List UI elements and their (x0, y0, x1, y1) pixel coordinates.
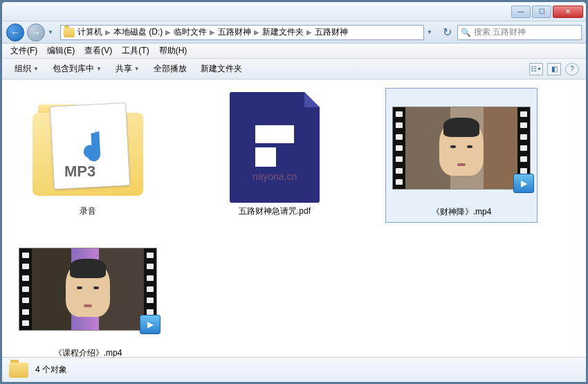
file-item[interactable]: MP3录音 (12, 88, 164, 223)
video-thumbnail: ▶ (392, 107, 531, 190)
file-item[interactable]: nayona.cn五路财神急请咒.pdf (199, 88, 351, 223)
breadcrumb-separator: ▶ (165, 28, 171, 36)
include-library-button[interactable]: 包含到库中▼ (47, 61, 107, 77)
window-controls: — ☐ ✕ (511, 6, 583, 18)
search-icon: 🔍 (461, 28, 471, 37)
forward-button[interactable]: → (27, 24, 45, 42)
command-bar: 组织▼ 包含到库中▼ 共享▼ 全部播放 新建文件夹 ☷▼ ◧ ? (2, 59, 586, 80)
menu-edit[interactable]: 编辑(E) (43, 44, 79, 58)
search-placeholder: 搜索 五路财神 (474, 26, 526, 38)
breadcrumb-segment[interactable]: 临时文件 (174, 27, 207, 37)
file-name: 《财神降》.mp4 (432, 206, 492, 218)
menu-tools[interactable]: 工具(T) (118, 44, 153, 58)
breadcrumb: 计算机▶本地磁盘 (D:)▶临时文件▶五路财神▶新建文件夹▶五路财神 (77, 26, 348, 38)
minimize-button[interactable]: — (511, 6, 531, 18)
play-all-button[interactable]: 全部播放 (148, 61, 192, 77)
file-item[interactable]: ▶《财神降》.mp4 (385, 88, 538, 223)
play-icon: ▶ (513, 174, 534, 193)
menu-file[interactable]: 文件(F) (6, 44, 42, 58)
address-bar[interactable]: 计算机▶本地磁盘 (D:)▶临时文件▶五路财神▶新建文件夹▶五路财神 (60, 25, 424, 40)
view-options-button[interactable]: ☷▼ (529, 63, 543, 75)
breadcrumb-segment[interactable]: 五路财神 (218, 27, 251, 37)
folder-icon (64, 28, 75, 37)
organize-button[interactable]: 组织▼ (9, 61, 44, 77)
play-icon: ▶ (140, 315, 160, 334)
maximize-button[interactable]: ☐ (532, 6, 551, 18)
share-button[interactable]: 共享▼ (110, 61, 145, 77)
status-bar: 4 个对象 (2, 357, 586, 382)
file-list[interactable]: MP3录音nayona.cn五路财神急请咒.pdf▶《财神降》.mp4▶《课程介… (2, 80, 586, 357)
watermark: nayona.cn (252, 171, 297, 182)
video-thumbnail: ▶ (19, 248, 157, 331)
file-name: 录音 (80, 205, 96, 217)
breadcrumb-segment[interactable]: 新建文件夹 (262, 27, 304, 37)
preview-pane-button[interactable]: ◧ (547, 63, 561, 75)
back-button[interactable]: ← (6, 24, 24, 42)
refresh-button[interactable]: ↻ (439, 26, 454, 39)
folder-icon (9, 363, 28, 378)
film-strip (393, 107, 405, 189)
search-input[interactable]: 🔍 搜索 五路财神 (457, 25, 582, 40)
explorer-window: — ☐ ✕ ← → ▼ 计算机▶本地磁盘 (D:)▶临时文件▶五路财神▶新建文件… (1, 1, 587, 383)
nav-history-dropdown[interactable]: ▼ (48, 29, 57, 35)
breadcrumb-segment[interactable]: 五路财神 (315, 27, 348, 37)
toolbar-right: ☷▼ ◧ ? (529, 63, 579, 75)
breadcrumb-segment[interactable]: 本地磁盘 (D:) (113, 27, 163, 37)
breadcrumb-segment[interactable]: 计算机 (77, 27, 102, 37)
file-name: 五路财神急请咒.pdf (239, 205, 311, 217)
status-text: 4 个对象 (35, 364, 67, 376)
breadcrumb-separator: ▶ (105, 28, 111, 36)
file-item[interactable]: ▶《课程介绍》.mp4 (12, 230, 164, 357)
menu-bar: 文件(F) 编辑(E) 查看(V) 工具(T) 帮助(H) (2, 44, 586, 59)
folder-icon: MP3 (33, 99, 143, 196)
breadcrumb-separator: ▶ (254, 28, 259, 36)
help-button[interactable]: ? (565, 63, 579, 75)
menu-view[interactable]: 查看(V) (80, 44, 116, 58)
address-dropdown[interactable]: ▼ (427, 29, 437, 35)
film-strip (19, 248, 32, 330)
menu-help[interactable]: 帮助(H) (155, 44, 192, 58)
pdf-icon: nayona.cn (230, 92, 320, 203)
file-name: 《课程介绍》.mp4 (54, 347, 122, 357)
titlebar: — ☐ ✕ (2, 2, 586, 21)
new-folder-button[interactable]: 新建文件夹 (195, 61, 248, 77)
close-button[interactable]: ✕ (553, 6, 583, 18)
breadcrumb-separator: ▶ (210, 28, 215, 36)
breadcrumb-separator: ▶ (306, 28, 312, 36)
navigation-bar: ← → ▼ 计算机▶本地磁盘 (D:)▶临时文件▶五路财神▶新建文件夹▶五路财神… (2, 21, 586, 44)
